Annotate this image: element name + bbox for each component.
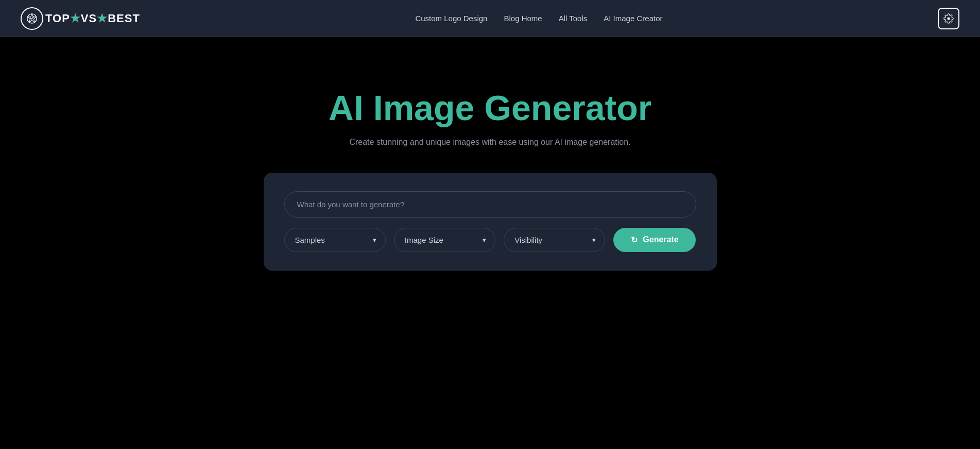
gear-icon xyxy=(943,13,954,24)
logo-text: TOP★VS★BEST xyxy=(45,12,140,25)
nav-all-tools[interactable]: All Tools xyxy=(559,14,588,23)
generate-button[interactable]: ↻ Generate xyxy=(613,228,696,252)
page-title: AI Image Generator xyxy=(329,89,651,127)
samples-dropdown[interactable]: Samples 1 2 3 4 xyxy=(284,228,386,252)
site-header: TOP★VS★BEST Custom Logo Design Blog Home… xyxy=(0,0,980,37)
image-size-dropdown[interactable]: Image Size 512x512 768x768 1024x1024 xyxy=(394,228,495,252)
generate-button-label: Generate xyxy=(643,235,678,244)
settings-button[interactable] xyxy=(938,8,959,29)
refresh-icon: ↻ xyxy=(631,235,638,245)
page-subtitle: Create stunning and unique images with e… xyxy=(349,138,630,147)
image-size-dropdown-wrapper: Image Size 512x512 768x768 1024x1024 ▾ xyxy=(394,228,495,252)
visibility-dropdown-wrapper: Visibility Public Private ▾ xyxy=(504,228,605,252)
controls-row: Samples 1 2 3 4 ▾ Image Size 512x512 768… xyxy=(284,228,696,252)
nav-custom-logo[interactable]: Custom Logo Design xyxy=(415,14,487,23)
main-nav: Custom Logo Design Blog Home All Tools A… xyxy=(415,14,662,23)
logo[interactable]: TOP★VS★BEST xyxy=(21,7,140,30)
prompt-input[interactable] xyxy=(284,191,696,218)
nav-blog-home[interactable]: Blog Home xyxy=(504,14,542,23)
main-content: AI Image Generator Create stunning and u… xyxy=(0,37,980,271)
samples-dropdown-wrapper: Samples 1 2 3 4 ▾ xyxy=(284,228,386,252)
logo-icon xyxy=(21,7,43,30)
visibility-dropdown[interactable]: Visibility Public Private xyxy=(504,228,605,252)
nav-right xyxy=(938,8,959,29)
generator-card: Samples 1 2 3 4 ▾ Image Size 512x512 768… xyxy=(264,173,717,271)
nav-ai-image-creator[interactable]: AI Image Creator xyxy=(604,14,662,23)
